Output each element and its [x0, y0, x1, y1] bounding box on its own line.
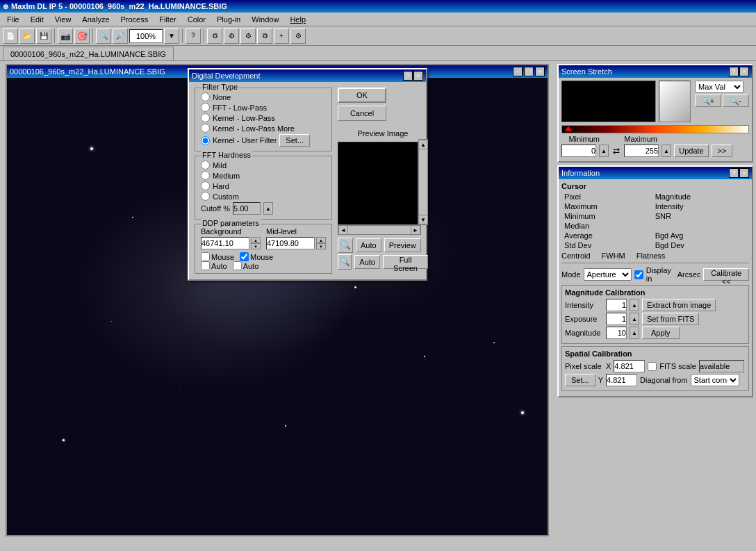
dialog-digital-development: Digital Development ? × Filter Type None — [188, 68, 427, 281]
stretch-max-input[interactable]: 255 — [624, 145, 659, 157]
radio-kernel-more-input[interactable] — [201, 124, 210, 133]
menu-filter[interactable]: Filter — [154, 14, 181, 25]
extract-from-image-btn[interactable]: Extract from image — [642, 299, 716, 311]
info-help[interactable]: ? — [729, 168, 739, 178]
dialog-help-btn[interactable]: ? — [403, 71, 413, 81]
scroll-left[interactable]: ◄ — [338, 225, 348, 235]
mouse-checkbox-1[interactable] — [201, 252, 210, 261]
menu-plugin[interactable]: Plug-in — [211, 14, 246, 25]
mode-select[interactable]: Aperture — [584, 268, 632, 281]
auto-btn-1[interactable]: Auto — [356, 238, 381, 252]
toolbar-extra1[interactable]: ⚙ — [207, 28, 222, 44]
intensity-spin[interactable]: ▲ — [630, 299, 639, 311]
bgd-dev-label: Bgd Dev — [652, 240, 749, 250]
maxval-select[interactable]: Max Val — [695, 81, 743, 93]
toolbar-new[interactable]: 📄 — [3, 28, 18, 44]
bg-up-btn[interactable]: ▲ — [251, 237, 261, 243]
auto-btn-2[interactable]: Auto — [354, 255, 380, 269]
scroll-down[interactable]: ▼ — [418, 215, 428, 224]
toolbar-help[interactable]: ? — [186, 28, 201, 44]
toolbar-open[interactable]: 📂 — [19, 28, 35, 44]
cancel-btn[interactable]: Cancel — [338, 106, 386, 121]
menu-process[interactable]: Process — [115, 14, 154, 25]
exposure-input[interactable]: 1 — [606, 313, 627, 325]
menu-file[interactable]: File — [1, 14, 25, 25]
display-in-checkbox[interactable] — [634, 270, 643, 279]
radio-hard-input[interactable] — [201, 181, 210, 190]
start-corner-select[interactable]: Start corner — [691, 374, 739, 386]
toolbar-extra4[interactable]: ⚙ — [257, 28, 272, 44]
exposure-spin[interactable]: ▲ — [630, 313, 639, 325]
toolbar-extra3[interactable]: ⚙ — [240, 28, 256, 44]
apply-btn[interactable]: Apply — [642, 327, 680, 339]
menu-window[interactable]: Window — [246, 14, 284, 25]
radio-custom-input[interactable] — [201, 192, 210, 201]
screen-stretch-close[interactable]: × — [739, 67, 749, 76]
scroll-right[interactable]: ► — [411, 225, 420, 235]
stretch-max-up[interactable]: ▲ — [662, 145, 671, 157]
dialog-close-btn[interactable]: × — [413, 71, 423, 81]
set-from-fits-btn[interactable]: Set from FITS — [642, 313, 699, 325]
spatial-set-btn[interactable]: Set... — [565, 374, 595, 386]
mouse-checkbox-2[interactable] — [240, 252, 249, 261]
toolbar-zoom-dropdown[interactable]: ▼ — [164, 28, 179, 44]
toolbar-zoom-in[interactable]: 🔎 — [113, 28, 128, 44]
toolbar-zoom-out[interactable]: 🔍 — [96, 28, 111, 44]
radio-mild-input[interactable] — [201, 161, 210, 170]
menu-color[interactable]: Color — [182, 14, 211, 25]
pixel-scale-x-input[interactable]: 4.821 — [614, 360, 645, 372]
toolbar-save[interactable]: 💾 — [36, 28, 51, 44]
radio-kernel-input[interactable] — [201, 113, 210, 122]
radio-fft-input[interactable] — [201, 103, 210, 112]
radio-none-input[interactable] — [201, 92, 210, 101]
pixel-scale-y-input[interactable]: 4.821 — [606, 374, 637, 386]
window-maximize[interactable]: □ — [524, 67, 534, 76]
toolbar-extra6[interactable]: ⚙ — [290, 28, 306, 44]
radio-medium-input[interactable] — [201, 171, 210, 180]
update-btn[interactable]: Update — [674, 145, 709, 157]
ddp-params-label: DDP parameters — [201, 219, 261, 227]
toolbar-focus[interactable]: 🎯 — [74, 28, 90, 44]
ml-down-btn[interactable]: ▼ — [316, 243, 326, 249]
bg-down-btn[interactable]: ▼ — [251, 243, 261, 249]
toolbar-extra2[interactable]: ⚙ — [224, 28, 239, 44]
fits-scale-checkbox[interactable] — [648, 362, 657, 371]
stretch-min-up[interactable]: ▲ — [599, 145, 609, 157]
toolbar-camera[interactable]: 📷 — [58, 28, 73, 44]
window-minimize[interactable]: - — [513, 67, 523, 76]
screen-stretch-help[interactable]: ? — [729, 67, 739, 76]
intensity-input[interactable]: 1 — [606, 299, 627, 311]
kernel-lowpass-label: Kernel - Low-Pass — [213, 114, 275, 122]
scroll-up[interactable]: ▲ — [418, 140, 428, 149]
radio-kernel-user-input[interactable] — [201, 136, 210, 145]
fullscreen-btn[interactable]: Full Screen — [383, 255, 428, 269]
background-input[interactable]: 46741.10 — [201, 237, 249, 249]
kernel-set-btn[interactable]: Set... — [279, 134, 310, 147]
forward-btn[interactable]: >> — [712, 145, 732, 157]
preview-zoom-out-btn[interactable]: 🔍 — [338, 254, 352, 270]
stretch-zoom-in[interactable]: 🔍+ — [695, 94, 721, 107]
stretch-min-input[interactable]: 0 — [561, 145, 596, 157]
menu-view[interactable]: View — [49, 14, 77, 25]
gradient-triangle — [565, 126, 572, 131]
zoom-input[interactable]: 100% — [129, 29, 163, 43]
preview-zoom-in-btn[interactable]: 🔍 — [338, 238, 353, 253]
stretch-zoom-out[interactable]: 🔍- — [723, 94, 749, 107]
info-close[interactable]: × — [739, 168, 749, 178]
ml-up-btn[interactable]: ▲ — [316, 237, 326, 243]
menu-edit[interactable]: Edit — [25, 14, 49, 25]
magnitude-spin[interactable]: ▲ — [630, 327, 639, 339]
window-close[interactable]: × — [535, 67, 545, 76]
auto-checkbox-1[interactable] — [201, 261, 210, 270]
magnitude-input[interactable]: 10 — [606, 327, 627, 339]
auto-checkbox-2[interactable] — [233, 261, 242, 270]
menu-analyze[interactable]: Analyze — [76, 14, 115, 25]
menu-help[interactable]: Help — [284, 14, 311, 25]
swap-icon[interactable]: ⇄ — [611, 145, 621, 157]
calibrate-btn[interactable]: Calibrate << — [703, 268, 749, 281]
toolbar-extra5[interactable]: + — [274, 28, 289, 44]
preview-btn[interactable]: Preview — [384, 238, 421, 252]
tab-image[interactable]: 00000106_960s_m22_Ha.LUMINANCE.SBIG — [3, 47, 174, 60]
ok-btn[interactable]: OK — [338, 88, 386, 103]
midlevel-input[interactable]: 47109.80 — [266, 237, 315, 249]
